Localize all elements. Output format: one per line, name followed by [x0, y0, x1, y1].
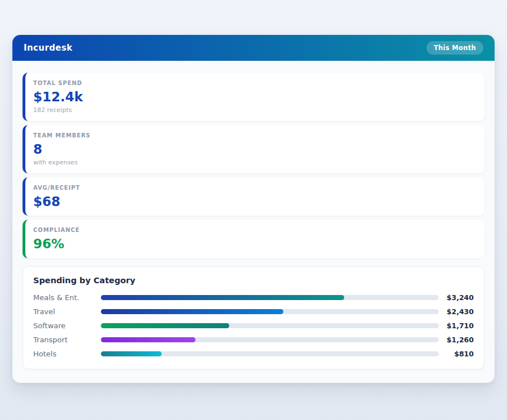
- category-value: $810: [439, 350, 474, 358]
- main-content: TOTAL SPEND $12.4k 182 receipts TEAM MEM…: [12, 61, 495, 383]
- stat-label: AVG/RECEIPT: [33, 185, 474, 191]
- category-card-title: Spending by Category: [33, 276, 474, 285]
- category-value: $3,240: [439, 293, 474, 302]
- bar-track: [101, 337, 439, 342]
- category-value: $1,260: [439, 336, 474, 344]
- bar-fill: [101, 337, 195, 342]
- stat-label: COMPLIANCE: [33, 227, 474, 233]
- bar-fill: [101, 351, 162, 356]
- stat-label: TOTAL SPEND: [33, 80, 474, 86]
- category-label: Meals & Ent.: [33, 293, 101, 302]
- stat-card-avg-receipt: AVG/RECEIPT $68: [23, 177, 484, 216]
- stat-subtext: 182 receipts: [33, 106, 474, 114]
- category-row: Software $1,710: [33, 319, 474, 333]
- stat-value: 8: [33, 142, 474, 156]
- category-row: Meals & Ent. $3,240: [33, 291, 474, 305]
- category-label: Hotels: [33, 350, 101, 358]
- category-value: $1,710: [439, 321, 474, 330]
- stat-label: TEAM MEMBERS: [33, 132, 474, 138]
- bar-track: [101, 351, 439, 356]
- bar-fill: [101, 295, 344, 300]
- bar-track: [101, 323, 439, 328]
- bar-fill: [101, 309, 283, 314]
- app-header: Incurdesk This Month: [12, 35, 495, 61]
- stat-value: 96%: [33, 237, 474, 251]
- spending-by-category-card: Spending by Category Meals & Ent. $3,240…: [23, 266, 484, 369]
- period-badge[interactable]: This Month: [426, 41, 483, 55]
- bar-track: [101, 295, 439, 300]
- page: { "header": { "title": "Incurdesk", "bad…: [0, 0, 507, 420]
- category-row: Travel $2,430: [33, 305, 474, 319]
- stat-subtext: with expenses: [33, 159, 474, 166]
- bar-track: [101, 309, 439, 314]
- stat-value: $68: [33, 195, 474, 208]
- bar-fill: [101, 323, 229, 328]
- stat-card-compliance: COMPLIANCE 96%: [23, 220, 484, 258]
- app-title: Incurdesk: [24, 43, 73, 53]
- category-label: Transport: [33, 336, 101, 344]
- category-label: Travel: [33, 307, 101, 316]
- category-label: Software: [33, 321, 101, 330]
- stat-card-team-members: TEAM MEMBERS 8 with expenses: [23, 125, 484, 173]
- stat-value: $12.4k: [33, 90, 474, 104]
- category-row: Transport $1,260: [33, 333, 474, 347]
- category-value: $2,430: [439, 307, 474, 316]
- category-row: Hotels $810: [33, 347, 474, 361]
- app-container: Incurdesk This Month TOTAL SPEND $12.4k …: [12, 35, 495, 383]
- stat-card-total-spend: TOTAL SPEND $12.4k 182 receipts: [23, 73, 484, 121]
